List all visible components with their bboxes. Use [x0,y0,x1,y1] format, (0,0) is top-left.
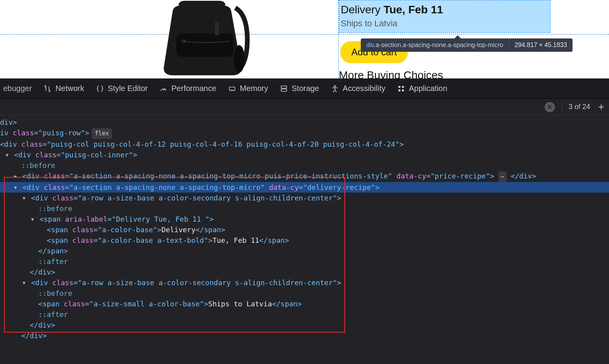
svg-point-8 [334,86,336,87]
backpack-icon [137,0,271,78]
tab-memory[interactable]: Memory [228,84,268,93]
svg-rect-6 [281,86,287,88]
svg-rect-0 [176,33,233,57]
devtools-panel: ebugger Network Style Editor Performance… [0,78,609,364]
expander-icon[interactable]: ▾ [13,182,18,193]
svg-rect-9 [398,86,400,88]
accessibility-icon [331,85,339,93]
expander-icon[interactable]: ▾ [21,277,27,288]
expander-icon[interactable]: ▾ [30,214,35,224]
tab-storage[interactable]: Storage [280,84,319,93]
expander-icon[interactable]: ▾ [21,193,27,203]
gauge-icon [160,85,167,93]
storage-icon [280,85,288,93]
flex-badge[interactable]: flex [92,128,112,139]
tab-accessibility[interactable]: Accessibility [331,84,385,93]
ships-to-text: Ships to Latvia [341,18,549,29]
dom-tree[interactable]: div> iv class="puisg-row">flex <div clas… [0,115,609,364]
svg-rect-5 [229,87,235,90]
svg-rect-10 [402,86,404,88]
tab-application[interactable]: Application [397,84,447,93]
svg-rect-12 [402,89,404,91]
devtools-toolbar: ebugger Network Style Editor Performance… [0,78,609,99]
selected-dom-node[interactable]: ▾ <div class="a-section a-spacing-none a… [0,182,609,193]
expander-icon[interactable]: ▾ [4,149,10,160]
svg-point-1 [183,40,186,43]
webpage-preview: Delivery Tue, Feb 11 Ships to Latvia Add… [0,0,609,78]
inspector-tooltip: div.a-section.a-spacing-none.a-spacing-t… [361,38,573,52]
svg-rect-11 [398,89,400,91]
network-icon [44,85,51,93]
tab-style-editor[interactable]: Style Editor [96,84,148,93]
grid-icon [397,85,405,93]
tab-performance[interactable]: Performance [160,84,216,93]
svg-rect-7 [281,89,287,91]
svg-rect-3 [215,22,219,35]
tab-debugger[interactable]: ebugger [3,84,32,93]
delivery-text: Delivery Tue, Feb 11 [341,4,549,16]
more-buying-choices[interactable]: More Buying Choices [339,69,443,82]
dom-search-bar: ✕ 3 of 24 + [0,99,609,115]
tab-network[interactable]: Network [44,84,84,93]
ellipsis-icon[interactable]: ⋯ [498,171,506,182]
svg-point-2 [234,45,245,73]
inspector-guide [0,34,609,35]
memory-icon [228,85,236,93]
search-result-count: 3 of 24 [562,103,590,111]
braces-icon [96,85,104,93]
close-icon[interactable]: ✕ [545,102,555,112]
expander-icon[interactable]: ▸ [13,171,18,181]
inspected-element-highlight: Delivery Tue, Feb 11 Ships to Latvia [339,0,551,33]
expand-icon[interactable]: + [597,101,605,113]
product-image[interactable] [122,0,286,78]
